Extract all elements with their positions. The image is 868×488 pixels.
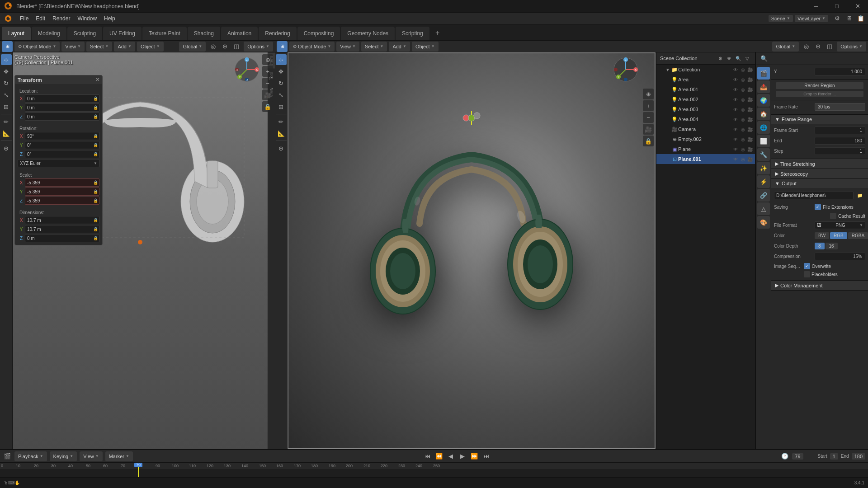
tl-view-menu[interactable]: View ▼ xyxy=(80,451,103,461)
right-tool-transform[interactable]: ⊞ xyxy=(276,101,287,112)
frame-end-value[interactable]: 180 xyxy=(815,137,865,145)
scale-y-lock[interactable]: 🔒 xyxy=(93,189,98,194)
tree-item-area001[interactable]: 💡 Area.001 👁 ◎ 🎥 xyxy=(656,84,755,94)
left-axis-gizmo[interactable]: Z X Y -X -Z xyxy=(233,56,260,84)
tree-select-area004[interactable]: ◎ xyxy=(740,117,746,122)
tl-keying-menu[interactable]: Keying ▼ xyxy=(50,451,77,461)
tl-start-value[interactable]: 1 xyxy=(830,453,838,460)
render-region-button[interactable]: Render Region xyxy=(776,82,863,89)
right-view-menu[interactable]: View ▼ xyxy=(336,42,359,52)
right-tool-rotate[interactable]: ↻ xyxy=(276,78,287,89)
props-modifier-icon[interactable]: 🔧 xyxy=(757,148,770,161)
tl-current-frame[interactable]: 79 xyxy=(792,453,803,460)
tree-render-empty002[interactable]: 🎥 xyxy=(747,137,753,142)
right-viewport-xray[interactable]: ◫ xyxy=(824,41,835,52)
file-extensions-checkbox[interactable]: ✓ xyxy=(815,204,821,210)
tree-render-area001[interactable]: 🎥 xyxy=(747,87,753,92)
tree-select-plane001[interactable]: ◎ xyxy=(740,157,746,162)
menu-file[interactable]: File xyxy=(16,14,32,23)
viewport-shading-icon[interactable]: ◎ xyxy=(208,41,218,52)
dim-z-lock[interactable]: 🔒 xyxy=(93,236,98,240)
tree-render-area004[interactable]: 🎥 xyxy=(747,117,753,122)
header-icon-1[interactable]: ⚙ xyxy=(832,13,843,24)
tl-end-value[interactable]: 180 xyxy=(852,453,865,460)
tree-select-empty002[interactable]: ◎ xyxy=(740,137,746,142)
props-constraints-icon[interactable]: 🔗 xyxy=(757,189,770,202)
props-output-icon[interactable]: 📤 xyxy=(757,80,770,93)
location-x-lock[interactable]: 🔒 xyxy=(93,96,98,101)
crop-to-render-button[interactable]: Crop to Render ... xyxy=(776,91,863,97)
blender-menu-logo[interactable] xyxy=(2,14,14,23)
props-scene-icon[interactable]: 🏠 xyxy=(757,108,770,120)
tl-play-back[interactable]: ◀ xyxy=(446,452,455,461)
tab-uv-editing[interactable]: UV Editing xyxy=(103,27,142,40)
overwrite-checkbox[interactable]: ✓ xyxy=(804,263,810,269)
tree-render-area003[interactable]: 🎥 xyxy=(747,107,753,112)
tl-jump-start[interactable]: ⏮ xyxy=(423,452,432,461)
tab-rendering[interactable]: Rendering xyxy=(259,27,296,40)
color-management-header[interactable]: ▶ Color Management xyxy=(771,281,868,290)
right-toolbar-toggle[interactable]: ⊞ xyxy=(277,41,288,52)
scene-filter-icon[interactable]: ⚙ xyxy=(716,54,724,62)
right-viewport-shading[interactable]: ◎ xyxy=(801,41,811,52)
nav-zoom-in[interactable]: + xyxy=(262,66,273,77)
file-format-selector[interactable]: 🖼 PNG ▼ xyxy=(815,221,865,229)
timeline-track[interactable]: 0 10 20 30 40 50 60 70 80 90 100 110 120… xyxy=(0,463,868,477)
header-icon-3[interactable]: 📋 xyxy=(855,13,866,24)
timeline-playhead[interactable]: 79 xyxy=(138,463,139,477)
left-options-menu[interactable]: Options ▼ xyxy=(244,42,273,52)
menu-window[interactable]: Window xyxy=(74,14,100,23)
y-field-value[interactable]: 1.000 xyxy=(815,68,865,75)
maximize-button[interactable]: □ xyxy=(826,0,847,13)
props-world-icon[interactable]: 🌐 xyxy=(757,121,770,134)
menu-render[interactable]: Render xyxy=(49,14,74,23)
tree-select-area001[interactable]: ◎ xyxy=(740,87,746,92)
tree-select-area003[interactable]: ◎ xyxy=(740,107,746,112)
time-stretching-header[interactable]: ▶ Time Stretching xyxy=(771,159,868,169)
frame-range-header[interactable]: ▼ Frame Range xyxy=(771,115,868,124)
tab-layout[interactable]: Layout xyxy=(2,27,31,40)
scale-x-value[interactable]: -5.359 🔒 xyxy=(25,178,99,187)
tree-render-collection[interactable]: 🎥 xyxy=(747,67,753,72)
scene-eye-icon[interactable]: 👁 xyxy=(725,54,733,62)
rotation-y-lock[interactable]: 🔒 xyxy=(93,143,98,147)
tab-compositing[interactable]: Compositing xyxy=(297,27,340,40)
tree-eye-area[interactable]: 👁 xyxy=(732,77,739,82)
tree-render-plane001[interactable]: 🎥 xyxy=(747,157,753,162)
scene-selector[interactable]: Scene ▼ xyxy=(769,15,793,22)
tl-playback-menu[interactable]: Playback ▼ xyxy=(14,451,47,461)
frame-rate-value[interactable]: 30 fps xyxy=(815,103,865,111)
tool-move[interactable]: ✥ xyxy=(1,66,12,77)
tree-eye-empty002[interactable]: 👁 xyxy=(732,137,739,142)
nav-zoom-out[interactable]: − xyxy=(262,78,273,89)
output-path-browse[interactable]: 📁 xyxy=(854,190,865,201)
menu-help[interactable]: Help xyxy=(100,14,119,23)
close-button[interactable]: ✕ xyxy=(847,0,868,13)
tree-item-plane001[interactable]: ⊡ Plane.001 👁 ◎ 🎥 xyxy=(656,154,755,164)
props-search[interactable]: 🔍 xyxy=(759,53,769,64)
scale-x-lock[interactable]: 🔒 xyxy=(93,180,98,185)
right-tool-add[interactable]: ⊕ xyxy=(276,143,287,154)
rotation-mode-selector[interactable]: XYZ Euler ▼ xyxy=(18,159,99,167)
dim-y-lock[interactable]: 🔒 xyxy=(93,227,98,231)
viewport-overlay-icon[interactable]: ⊕ xyxy=(219,41,230,52)
right-tool-cursor[interactable]: ⊹ xyxy=(276,54,287,65)
location-y-lock[interactable]: 🔒 xyxy=(93,105,98,110)
scale-z-value[interactable]: -5.359 🔒 xyxy=(25,197,99,205)
right-nav-zoom-out[interactable]: + xyxy=(643,100,654,111)
right-nav-fly[interactable]: − xyxy=(643,112,654,123)
tool-measure[interactable]: 📐 xyxy=(1,128,12,139)
right-mode-selector[interactable]: ⊙ Object Mode ▼ xyxy=(289,42,335,52)
viewport-xray-icon[interactable]: ◫ xyxy=(231,41,242,52)
tool-cursor[interactable]: ⊹ xyxy=(1,54,12,65)
location-y-value[interactable]: 0 m 🔒 xyxy=(25,103,99,112)
color-rgb[interactable]: RGB xyxy=(830,232,847,239)
left-mode-selector[interactable]: ⊙ Object Mode ▼ xyxy=(14,42,60,52)
menu-edit[interactable]: Edit xyxy=(32,14,49,23)
add-workspace-button[interactable]: + xyxy=(432,28,443,38)
tool-transform[interactable]: ⊞ xyxy=(1,101,12,112)
tree-select-area002[interactable]: ◎ xyxy=(740,97,746,102)
left-add-menu[interactable]: Add ▼ xyxy=(114,42,135,52)
color-rgba[interactable]: RGBA xyxy=(848,232,868,239)
nav-lock[interactable]: 🔒 xyxy=(262,101,273,112)
